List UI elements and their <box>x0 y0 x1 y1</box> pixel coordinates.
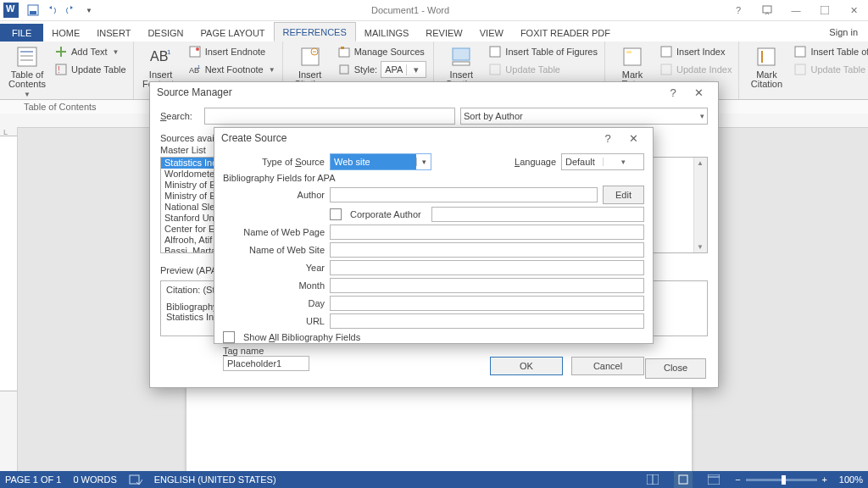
help-icon[interactable]: ? <box>595 132 620 145</box>
help-icon[interactable]: ? <box>724 0 753 20</box>
type-of-source-dropdown[interactable]: Web site▾ <box>330 153 431 170</box>
footnote-icon: AB1 <box>149 45 173 69</box>
tab-references[interactable]: REFERENCES <box>274 22 356 42</box>
zoom-in-button[interactable]: + <box>822 474 827 485</box>
update-toa-label: Update Table <box>810 64 865 75</box>
tab-design[interactable]: DESIGN <box>139 24 192 42</box>
toa-button[interactable]: Insert Table of Authorities <box>792 43 868 60</box>
tab-review[interactable]: REVIEW <box>417 24 470 42</box>
help-icon[interactable]: ? <box>660 86 686 99</box>
style-dropdown[interactable]: APA▾ <box>381 61 426 78</box>
show-all-fields-checkbox[interactable] <box>223 331 235 343</box>
spellcheck-icon[interactable] <box>129 474 142 485</box>
scrollbar[interactable] <box>693 158 707 252</box>
page-indicator[interactable]: PAGE 1 OF 1 <box>5 474 61 485</box>
svg-point-15 <box>196 47 199 51</box>
search-input[interactable] <box>204 108 455 125</box>
insert-endnote-button[interactable]: Insert Endnote <box>186 43 277 60</box>
zoom-out-button[interactable]: − <box>735 474 740 485</box>
svg-rect-34 <box>626 51 632 53</box>
website-input[interactable] <box>330 242 644 258</box>
svg-rect-43 <box>679 475 687 484</box>
style-icon <box>337 63 351 76</box>
svg-rect-31 <box>490 47 500 57</box>
minimize-icon[interactable]: — <box>782 0 810 20</box>
svg-rect-39 <box>795 64 805 75</box>
svg-rect-3 <box>821 6 829 14</box>
mark-citation-button[interactable]: Mark Citation <box>744 43 788 99</box>
insert-index-icon <box>659 45 673 58</box>
insert-index-label: Insert Index <box>676 47 725 57</box>
tab-foxit-reader-pdf[interactable]: FOXIT READER PDF <box>512 24 619 42</box>
redo-icon[interactable] <box>63 3 78 18</box>
manage-sources-button[interactable]: Manage Sources <box>336 43 429 60</box>
close-icon[interactable]: ✕ <box>686 86 711 99</box>
maximize-icon[interactable] <box>810 0 839 20</box>
file-tab[interactable]: FILE <box>0 24 43 42</box>
corporate-author-checkbox[interactable] <box>330 208 342 220</box>
webpage-label: Name of Web Page <box>223 227 325 237</box>
ok-button[interactable]: OK <box>490 357 563 375</box>
author-input[interactable] <box>330 187 598 202</box>
close-icon[interactable]: ✕ <box>839 0 868 20</box>
update-tof-label: Update Table <box>505 64 560 75</box>
table-of-figures-button[interactable]: Insert Table of Figures <box>487 43 599 60</box>
webpage-input[interactable] <box>330 225 644 240</box>
ribbon-options-icon[interactable] <box>753 0 782 20</box>
zoom-value[interactable]: 100% <box>832 474 863 485</box>
save-icon[interactable] <box>25 3 41 18</box>
corporate-author-input[interactable] <box>431 207 644 222</box>
language-dropdown[interactable]: Default▾ <box>561 153 644 170</box>
url-input[interactable] <box>330 313 644 329</box>
zoom-slider[interactable] <box>746 479 817 481</box>
next-footnote-icon: AB1 <box>188 63 202 76</box>
citation-icon <box>298 45 322 69</box>
day-input[interactable] <box>330 296 644 311</box>
language-value: Default <box>562 157 603 167</box>
quick-access-toolbar: ▼ <box>25 3 97 18</box>
tab-mailings[interactable]: MAILINGS <box>356 24 418 42</box>
edit-author-button[interactable]: Edit <box>603 186 644 204</box>
web-layout-icon[interactable] <box>704 471 723 488</box>
update-table-button[interactable]: !Update Table <box>53 61 128 78</box>
toc-label: Table of Contents <box>5 70 49 89</box>
chevron-down-icon: ▾ <box>406 64 426 75</box>
cancel-button[interactable]: Cancel <box>571 357 644 375</box>
language-indicator[interactable]: ENGLISH (UNITED STATES) <box>154 474 276 485</box>
tab-page-layout[interactable]: PAGE LAYOUT <box>192 24 274 42</box>
month-input[interactable] <box>330 278 644 293</box>
sign-in-link[interactable]: Sign in <box>819 23 868 42</box>
svg-rect-4 <box>18 47 36 66</box>
insert-index-button[interactable]: Insert Index <box>658 43 733 60</box>
table-of-contents-button[interactable]: Table of Contents ▼ <box>5 43 49 99</box>
toc-icon <box>15 45 39 69</box>
read-mode-icon[interactable] <box>643 471 662 488</box>
month-label: Month <box>223 280 325 291</box>
close-button[interactable]: Close <box>645 358 706 379</box>
word-count[interactable]: 0 WORDS <box>73 474 116 485</box>
next-footnote-button[interactable]: AB1Next Footnote▼ <box>186 61 277 78</box>
dialog-titlebar[interactable]: Create Source ? ✕ <box>214 128 653 148</box>
tab-insert[interactable]: INSERT <box>88 24 139 42</box>
qat-customize-icon[interactable]: ▼ <box>81 3 97 18</box>
sort-dropdown[interactable]: Sort by Author▾ <box>460 108 708 125</box>
year-input[interactable] <box>330 260 644 275</box>
tag-name-input[interactable]: Placeholder1 <box>223 356 309 371</box>
style-selector[interactable]: Style: APA▾ <box>336 61 429 78</box>
svg-rect-22 <box>339 48 349 57</box>
add-text-button[interactable]: Add Text▼ <box>53 43 128 60</box>
style-value: APA <box>381 64 406 75</box>
tab-view[interactable]: VIEW <box>471 24 512 42</box>
tab-home[interactable]: HOME <box>43 24 88 42</box>
close-icon[interactable]: ✕ <box>620 132 646 145</box>
vertical-ruler[interactable]: L <box>0 127 18 471</box>
undo-icon[interactable] <box>44 3 59 18</box>
status-bar: PAGE 1 OF 1 0 WORDS ENGLISH (UNITED STAT… <box>0 471 868 488</box>
tof-icon <box>488 45 502 58</box>
mark-entry-icon <box>620 45 644 69</box>
type-value: Web site <box>331 154 416 169</box>
dialog-title: Source Manager <box>157 86 232 98</box>
svg-rect-9 <box>56 51 66 53</box>
print-layout-icon[interactable] <box>674 471 693 488</box>
dialog-titlebar[interactable]: Source Manager ? ✕ <box>150 82 718 103</box>
